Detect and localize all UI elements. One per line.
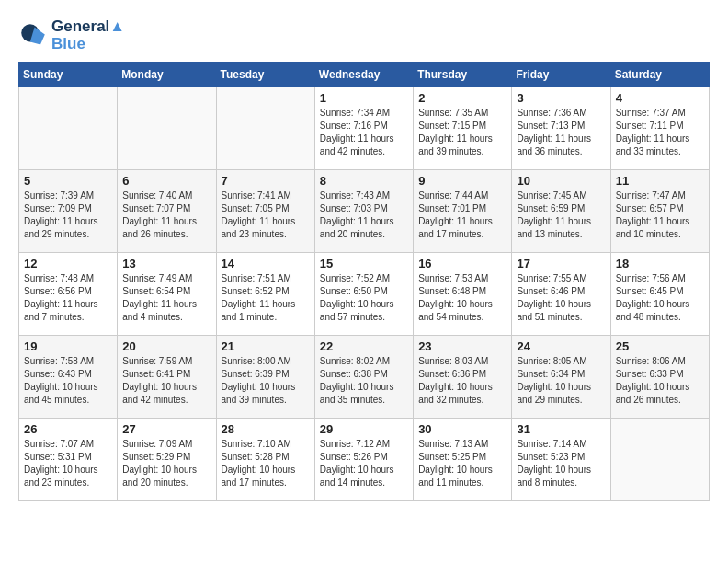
- day-number: 19: [24, 339, 112, 353]
- weekday-header: Thursday: [414, 63, 512, 87]
- calendar-cell: 13Sunrise: 7:49 AM Sunset: 6:54 PM Dayli…: [118, 253, 216, 336]
- calendar-cell: [19, 87, 118, 170]
- calendar-cell: 9Sunrise: 7:44 AM Sunset: 7:01 PM Daylig…: [414, 170, 512, 253]
- day-info: Sunrise: 7:58 AM Sunset: 6:43 PM Dayligh…: [24, 355, 112, 407]
- calendar-week-row: 1Sunrise: 7:34 AM Sunset: 7:16 PM Daylig…: [19, 87, 710, 170]
- day-number: 18: [616, 257, 704, 270]
- calendar-week-row: 5Sunrise: 7:39 AM Sunset: 7:09 PM Daylig…: [19, 170, 710, 253]
- calendar-table: SundayMondayTuesdayWednesdayThursdayFrid…: [18, 62, 710, 501]
- day-info: Sunrise: 8:00 AM Sunset: 6:39 PM Dayligh…: [222, 355, 310, 407]
- logo-icon: [18, 21, 48, 51]
- calendar-cell: 26Sunrise: 7:07 AM Sunset: 5:31 PM Dayli…: [19, 419, 118, 501]
- logo: General▲ Blue: [18, 18, 125, 52]
- calendar-cell: [216, 87, 314, 170]
- calendar-cell: 14Sunrise: 7:51 AM Sunset: 6:52 PM Dayli…: [216, 253, 314, 336]
- calendar-week-row: 12Sunrise: 7:48 AM Sunset: 6:56 PM Dayli…: [19, 253, 710, 336]
- weekday-header: Wednesday: [314, 63, 413, 87]
- weekday-header-row: SundayMondayTuesdayWednesdayThursdayFrid…: [19, 63, 710, 87]
- calendar-cell: 10Sunrise: 7:45 AM Sunset: 6:59 PM Dayli…: [512, 170, 610, 253]
- day-number: 14: [222, 257, 310, 270]
- day-info: Sunrise: 8:03 AM Sunset: 6:36 PM Dayligh…: [418, 355, 506, 407]
- day-info: Sunrise: 7:14 AM Sunset: 5:23 PM Dayligh…: [517, 438, 605, 489]
- weekday-header: Saturday: [610, 63, 709, 87]
- day-number: 7: [222, 174, 310, 188]
- day-number: 23: [418, 339, 506, 353]
- day-number: 10: [517, 174, 605, 188]
- page-header: General▲ Blue: [18, 18, 710, 52]
- day-info: Sunrise: 7:59 AM Sunset: 6:41 PM Dayligh…: [122, 355, 210, 407]
- day-number: 11: [616, 174, 704, 188]
- calendar-cell: 17Sunrise: 7:55 AM Sunset: 6:46 PM Dayli…: [512, 253, 610, 336]
- calendar-cell: 11Sunrise: 7:47 AM Sunset: 6:57 PM Dayli…: [610, 170, 709, 253]
- day-number: 9: [418, 174, 506, 188]
- day-number: 6: [122, 174, 210, 188]
- calendar-cell: 2Sunrise: 7:35 AM Sunset: 7:15 PM Daylig…: [414, 87, 512, 170]
- day-info: Sunrise: 7:35 AM Sunset: 7:15 PM Dayligh…: [418, 107, 506, 158]
- calendar-cell: 5Sunrise: 7:39 AM Sunset: 7:09 PM Daylig…: [19, 170, 118, 253]
- day-info: Sunrise: 7:56 AM Sunset: 6:45 PM Dayligh…: [616, 272, 704, 324]
- weekday-header: Tuesday: [216, 63, 314, 87]
- calendar-cell: 15Sunrise: 7:52 AM Sunset: 6:50 PM Dayli…: [314, 253, 413, 336]
- day-number: 2: [418, 91, 506, 105]
- calendar-cell: 25Sunrise: 8:06 AM Sunset: 6:33 PM Dayli…: [610, 336, 709, 419]
- day-info: Sunrise: 7:53 AM Sunset: 6:48 PM Dayligh…: [418, 272, 506, 324]
- logo-text: General▲ Blue: [51, 18, 125, 52]
- calendar-cell: 16Sunrise: 7:53 AM Sunset: 6:48 PM Dayli…: [414, 253, 512, 336]
- calendar-cell: [118, 87, 216, 170]
- calendar-cell: 4Sunrise: 7:37 AM Sunset: 7:11 PM Daylig…: [610, 87, 709, 170]
- day-info: Sunrise: 7:48 AM Sunset: 6:56 PM Dayligh…: [24, 272, 112, 324]
- calendar-cell: 7Sunrise: 7:41 AM Sunset: 7:05 PM Daylig…: [216, 170, 314, 253]
- day-info: Sunrise: 7:55 AM Sunset: 6:46 PM Dayligh…: [517, 272, 605, 324]
- day-number: 31: [517, 422, 605, 436]
- calendar-week-row: 19Sunrise: 7:58 AM Sunset: 6:43 PM Dayli…: [19, 336, 710, 419]
- calendar-cell: 27Sunrise: 7:09 AM Sunset: 5:29 PM Dayli…: [118, 419, 216, 501]
- day-number: 16: [418, 257, 506, 270]
- day-number: 4: [616, 91, 704, 105]
- day-info: Sunrise: 7:44 AM Sunset: 7:01 PM Dayligh…: [418, 190, 506, 241]
- day-number: 26: [24, 422, 112, 436]
- calendar-cell: 12Sunrise: 7:48 AM Sunset: 6:56 PM Dayli…: [19, 253, 118, 336]
- day-number: 29: [320, 422, 408, 436]
- day-number: 8: [320, 174, 408, 188]
- day-info: Sunrise: 7:45 AM Sunset: 6:59 PM Dayligh…: [517, 190, 605, 241]
- calendar-cell: 3Sunrise: 7:36 AM Sunset: 7:13 PM Daylig…: [512, 87, 610, 170]
- day-info: Sunrise: 7:10 AM Sunset: 5:28 PM Dayligh…: [222, 438, 310, 489]
- day-number: 25: [616, 339, 704, 353]
- day-number: 15: [320, 257, 408, 270]
- day-info: Sunrise: 7:39 AM Sunset: 7:09 PM Dayligh…: [24, 190, 112, 241]
- day-info: Sunrise: 7:37 AM Sunset: 7:11 PM Dayligh…: [616, 107, 704, 158]
- calendar-cell: 24Sunrise: 8:05 AM Sunset: 6:34 PM Dayli…: [512, 336, 610, 419]
- calendar-cell: 21Sunrise: 8:00 AM Sunset: 6:39 PM Dayli…: [216, 336, 314, 419]
- day-info: Sunrise: 7:07 AM Sunset: 5:31 PM Dayligh…: [24, 438, 112, 489]
- day-number: 12: [24, 257, 112, 270]
- day-info: Sunrise: 7:09 AM Sunset: 5:29 PM Dayligh…: [122, 438, 210, 489]
- calendar-cell: 19Sunrise: 7:58 AM Sunset: 6:43 PM Dayli…: [19, 336, 118, 419]
- day-info: Sunrise: 7:51 AM Sunset: 6:52 PM Dayligh…: [222, 272, 310, 324]
- day-info: Sunrise: 8:06 AM Sunset: 6:33 PM Dayligh…: [616, 355, 704, 407]
- day-number: 5: [24, 174, 112, 188]
- day-number: 28: [222, 422, 310, 436]
- day-info: Sunrise: 7:41 AM Sunset: 7:05 PM Dayligh…: [222, 190, 310, 241]
- day-info: Sunrise: 7:43 AM Sunset: 7:03 PM Dayligh…: [320, 190, 408, 241]
- calendar-cell: 23Sunrise: 8:03 AM Sunset: 6:36 PM Dayli…: [414, 336, 512, 419]
- weekday-header: Sunday: [19, 63, 118, 87]
- day-info: Sunrise: 7:52 AM Sunset: 6:50 PM Dayligh…: [320, 272, 408, 324]
- day-info: Sunrise: 7:12 AM Sunset: 5:26 PM Dayligh…: [320, 438, 408, 489]
- day-number: 21: [222, 339, 310, 353]
- day-info: Sunrise: 7:13 AM Sunset: 5:25 PM Dayligh…: [418, 438, 506, 489]
- calendar-cell: 1Sunrise: 7:34 AM Sunset: 7:16 PM Daylig…: [314, 87, 413, 170]
- day-info: Sunrise: 7:36 AM Sunset: 7:13 PM Dayligh…: [517, 107, 605, 158]
- day-number: 17: [517, 257, 605, 270]
- day-info: Sunrise: 7:47 AM Sunset: 6:57 PM Dayligh…: [616, 190, 704, 241]
- day-number: 3: [517, 91, 605, 105]
- day-number: 22: [320, 339, 408, 353]
- day-info: Sunrise: 8:02 AM Sunset: 6:38 PM Dayligh…: [320, 355, 408, 407]
- day-number: 30: [418, 422, 506, 436]
- day-info: Sunrise: 7:40 AM Sunset: 7:07 PM Dayligh…: [122, 190, 210, 241]
- calendar-cell: 18Sunrise: 7:56 AM Sunset: 6:45 PM Dayli…: [610, 253, 709, 336]
- calendar-cell: 29Sunrise: 7:12 AM Sunset: 5:26 PM Dayli…: [314, 419, 413, 501]
- calendar-cell: 31Sunrise: 7:14 AM Sunset: 5:23 PM Dayli…: [512, 419, 610, 501]
- calendar-cell: 8Sunrise: 7:43 AM Sunset: 7:03 PM Daylig…: [314, 170, 413, 253]
- day-number: 1: [320, 91, 408, 105]
- calendar-cell: 6Sunrise: 7:40 AM Sunset: 7:07 PM Daylig…: [118, 170, 216, 253]
